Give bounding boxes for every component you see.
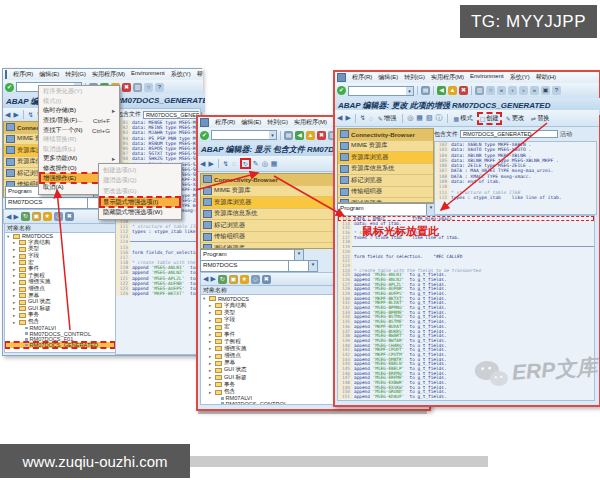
- menubar-item[interactable]: Environment: [469, 73, 505, 82]
- refresh-icon[interactable]: ↻: [21, 212, 30, 221]
- menubar-item[interactable]: 转到(G): [64, 70, 87, 79]
- menubar-item[interactable]: 系统(Y): [509, 73, 531, 82]
- tree-include-item[interactable]: RM07DOCS_CONTROL: [201, 401, 334, 405]
- menu-item[interactable]: 临时存储(B)▸: [40, 106, 118, 116]
- prev-icon[interactable]: ◀: [5, 111, 10, 119]
- new-session-icon[interactable]: ▣: [541, 86, 550, 95]
- repository-browser-item[interactable]: 资源库信息系统: [338, 164, 433, 176]
- tree-folder-item[interactable]: ▸包含: [5, 319, 115, 326]
- menu-item[interactable]: 查找/替换(F)...Ctrl+F: [40, 116, 118, 126]
- menubar-item[interactable]: 实用程序(M): [91, 70, 126, 79]
- tree-folder-item[interactable]: ▸GUI 状态: [201, 367, 334, 374]
- repository-browser-item[interactable]: 资源库信息系统: [201, 209, 334, 221]
- include-file-input[interactable]: RM07DOCS_GENERATED: [460, 130, 558, 138]
- forward-arrow-icon[interactable]: ▶: [210, 275, 215, 283]
- tree-folder-item[interactable]: ▸事件: [201, 331, 334, 338]
- menubar-item[interactable]: 系统(Y): [170, 70, 192, 79]
- menubar-item[interactable]: 程序(R): [214, 118, 236, 127]
- close-panel-icon[interactable]: ✖: [262, 275, 271, 284]
- back-arrow-icon[interactable]: ◀: [6, 213, 11, 221]
- tree-folder-item[interactable]: ▸字典结构: [5, 240, 115, 247]
- menubar-item[interactable]: 帮助(H): [196, 70, 203, 79]
- tree-folder-item[interactable]: ▾RM07DOCS: [5, 233, 115, 240]
- first-page-icon[interactable]: «: [497, 86, 506, 95]
- open-object-icon[interactable]: ▣: [229, 275, 238, 284]
- find-icon[interactable]: ○: [486, 86, 495, 95]
- exit-icon[interactable]: ▲: [448, 86, 457, 95]
- tree-folder-item[interactable]: ▸子例程: [201, 338, 334, 345]
- menubar-item[interactable]: 实用程序(M): [430, 73, 465, 82]
- open-object-icon[interactable]: ▣: [32, 212, 41, 221]
- tree-folder-item[interactable]: ▸类型: [201, 309, 334, 316]
- save-icon[interactable]: ▤: [284, 131, 293, 140]
- repository-browser-item[interactable]: MIME 资源库: [201, 186, 334, 198]
- enhance-button[interactable]: ✎增强: [376, 113, 398, 124]
- next-icon[interactable]: ▶: [345, 114, 350, 122]
- menu-item[interactable]: 查找下一个(N)Ctrl+G: [40, 125, 118, 135]
- tree-folder-item[interactable]: ▸字段: [5, 253, 115, 260]
- tree-folder-item[interactable]: ▸类型: [5, 246, 115, 253]
- repository-browser-item[interactable]: MIME 资源库: [338, 141, 433, 153]
- menubar-item[interactable]: 编辑(E): [377, 73, 399, 82]
- test-icon[interactable]: ▦: [416, 114, 423, 122]
- favorites-icon[interactable]: ★: [43, 212, 52, 221]
- repository-browser-item[interactable]: Connectivity-Browser: [338, 129, 433, 141]
- tree-folder-item[interactable]: ▸GUI 标题: [201, 374, 334, 381]
- check-icon[interactable]: ◎: [407, 114, 413, 122]
- tree-folder-item[interactable]: ▸增强点: [5, 286, 115, 293]
- lock-icon[interactable]: ◌: [369, 115, 373, 122]
- command-field[interactable]: ▾: [348, 86, 414, 96]
- cancel-icon[interactable]: ✖: [459, 86, 468, 95]
- menubar-item[interactable]: 实用程序(M): [293, 118, 328, 127]
- program-name-input[interactable]: RM07DOCS: [5, 197, 89, 209]
- tree-folder-item[interactable]: ▸屏幕: [5, 292, 115, 299]
- tree-folder-item[interactable]: ▸事件: [5, 266, 115, 273]
- pattern-button[interactable]: ▩模式: [452, 113, 475, 124]
- lock-icon[interactable]: ◌: [232, 160, 236, 167]
- continue-icon[interactable]: ✔: [200, 131, 209, 140]
- include-file-input[interactable]: RM07DOCS_GENERATED: [143, 111, 199, 119]
- continue-icon[interactable]: ✔: [337, 86, 346, 95]
- next-icon[interactable]: ▶: [208, 160, 213, 168]
- settings-icon[interactable]: ◇: [54, 212, 63, 221]
- settings-icon[interactable]: ◇: [251, 275, 260, 284]
- tree-folder-item[interactable]: ▸GUI 标题: [5, 306, 115, 313]
- help-icon[interactable]: ?: [552, 86, 561, 95]
- menu-item[interactable]: 创建选项(U): [100, 165, 180, 176]
- repository-browser-item[interactable]: 传输组织器: [338, 187, 433, 199]
- menu-item[interactable]: 取消选择(L): [40, 145, 118, 155]
- tree-folder-item[interactable]: ▾RM07DOCS: [201, 295, 334, 302]
- menubar-item[interactable]: 程序(R): [12, 70, 34, 79]
- tree-folder-item[interactable]: ▸GUI 状态: [5, 299, 115, 306]
- back-icon[interactable]: ◀: [437, 86, 446, 95]
- history-combo[interactable]: ▾: [288, 260, 318, 272]
- tree-folder-item[interactable]: ▸事务: [201, 381, 334, 388]
- test-icon[interactable]: ▦: [271, 160, 278, 168]
- menubar-item[interactable]: 转到(G): [403, 73, 426, 82]
- window-menu-icon[interactable]: [5, 70, 7, 79]
- tree-folder-item[interactable]: ▸包含: [201, 388, 334, 395]
- print-icon[interactable]: ▥: [475, 86, 484, 95]
- save-icon[interactable]: ▤: [421, 86, 430, 95]
- forward-arrow-icon[interactable]: ▶: [13, 213, 18, 221]
- tree-folder-item[interactable]: ▸宏: [5, 259, 115, 266]
- menu-item[interactable]: 继续替换(R): [40, 135, 118, 145]
- repository-browser-item[interactable]: 标记浏览器: [201, 220, 334, 232]
- display-change-icon[interactable]: ✎: [253, 160, 259, 168]
- menu-item[interactable]: 显示隐式增强选项(I): [100, 197, 180, 208]
- repository-browser-item[interactable]: 资源库浏览器: [201, 197, 334, 209]
- menu-item[interactable]: 模式(I): [40, 97, 118, 107]
- prev-icon[interactable]: ◀: [337, 114, 342, 122]
- activate-icon[interactable]: ↯: [28, 111, 34, 119]
- menu-item[interactable]: 撤消选项(Q): [100, 176, 180, 187]
- window-menu-icon[interactable]: [200, 118, 209, 127]
- menubar-item[interactable]: Environment: [130, 70, 166, 79]
- change-button[interactable]: ✎更改: [504, 113, 526, 124]
- next-icon[interactable]: ▶: [13, 111, 18, 119]
- tree-folder-item[interactable]: ▸屏幕: [201, 360, 334, 367]
- window-menu-icon[interactable]: [337, 73, 346, 82]
- repository-browser-item[interactable]: 传输组织器: [201, 232, 334, 244]
- menubar-item[interactable]: 编辑(E): [38, 70, 60, 79]
- close-panel-icon[interactable]: ✖: [65, 212, 74, 221]
- prev-icon[interactable]: ◀: [200, 160, 205, 168]
